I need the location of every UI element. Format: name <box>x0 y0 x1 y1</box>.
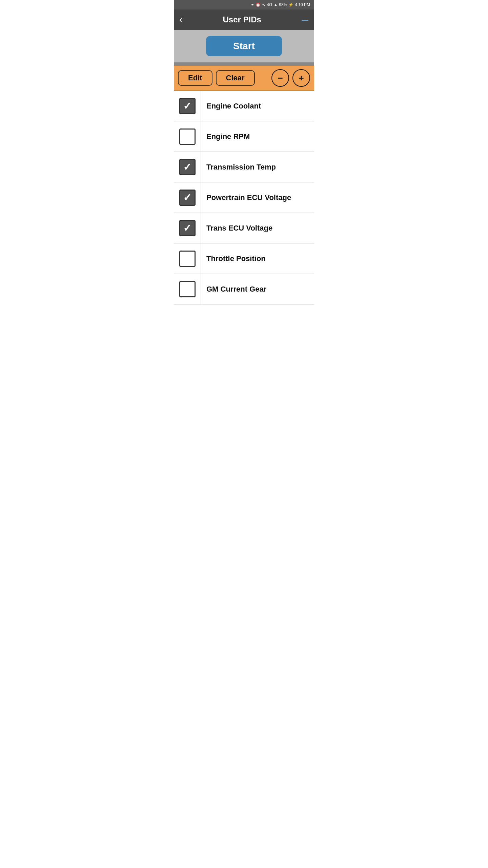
checkmark-icon: ✓ <box>183 162 191 172</box>
checkbox-area-6 <box>174 274 201 304</box>
list-item: ✓Trans ECU Voltage <box>174 213 314 243</box>
empty-area <box>174 304 314 345</box>
checkbox-4[interactable]: ✓ <box>179 220 196 236</box>
checkbox-2[interactable]: ✓ <box>179 159 196 175</box>
list-item: ✓Engine Coolant <box>174 91 314 121</box>
page-title: User PIDs <box>223 15 261 24</box>
alarm-icon: ⏰ <box>256 2 261 7</box>
signal-icon: ▲ <box>273 2 278 7</box>
back-button[interactable]: ‹ <box>179 15 182 24</box>
pid-label-0: Engine Coolant <box>201 102 314 111</box>
list-item: GM Current Gear <box>174 274 314 304</box>
checkmark-icon: ✓ <box>183 223 191 233</box>
checkbox-area-3: ✓ <box>174 182 201 213</box>
clear-button[interactable]: Clear <box>216 70 255 86</box>
4g-icon: 4G <box>267 2 272 7</box>
checkbox-0[interactable]: ✓ <box>179 98 196 114</box>
pid-label-6: GM Current Gear <box>201 285 314 294</box>
toolbar: Edit Clear − + <box>174 66 314 91</box>
start-button[interactable]: Start <box>206 36 282 56</box>
bluetooth-icon: ⚭ <box>251 2 254 7</box>
wifi-icon: ∿ <box>262 2 265 7</box>
time-display: 4:10 PM <box>295 2 310 7</box>
list-item: Throttle Position <box>174 243 314 274</box>
checkbox-1[interactable] <box>179 129 196 145</box>
status-icons: ⚭ ⏰ ∿ 4G ▲ 98% ⚡ 4:10 PM <box>251 2 310 7</box>
pid-label-1: Engine RPM <box>201 132 314 141</box>
pid-list: ✓Engine CoolantEngine RPM✓Transmission T… <box>174 91 314 304</box>
pid-label-3: Powertrain ECU Voltage <box>201 193 314 202</box>
battery-level: 98% <box>279 2 287 7</box>
list-item: ✓Transmission Temp <box>174 152 314 182</box>
checkbox-area-1 <box>174 121 201 152</box>
checkbox-6[interactable] <box>179 281 196 297</box>
list-item: ✓Powertrain ECU Voltage <box>174 182 314 213</box>
checkmark-icon: ✓ <box>183 101 191 111</box>
pid-label-4: Trans ECU Voltage <box>201 224 314 233</box>
checkbox-5[interactable] <box>179 251 196 267</box>
checkbox-area-5 <box>174 243 201 274</box>
pid-label-5: Throttle Position <box>201 254 314 263</box>
pid-label-2: Transmission Temp <box>201 163 314 172</box>
checkbox-area-4: ✓ <box>174 213 201 243</box>
start-area: Start <box>174 30 314 62</box>
increase-button[interactable]: + <box>292 69 310 87</box>
list-item: Engine RPM <box>174 121 314 152</box>
app-header: ‹ User PIDs — <box>174 9 314 30</box>
battery-charging-icon: ⚡ <box>288 2 293 7</box>
divider <box>174 62 314 66</box>
checkmark-icon: ✓ <box>183 193 191 203</box>
checkbox-area-2: ✓ <box>174 152 201 182</box>
edit-button[interactable]: Edit <box>178 70 212 86</box>
checkbox-3[interactable]: ✓ <box>179 190 196 206</box>
checkbox-area-0: ✓ <box>174 91 201 121</box>
decrease-button[interactable]: − <box>271 69 289 87</box>
menu-button[interactable]: — <box>302 16 309 24</box>
status-bar: ⚭ ⏰ ∿ 4G ▲ 98% ⚡ 4:10 PM <box>174 0 314 9</box>
